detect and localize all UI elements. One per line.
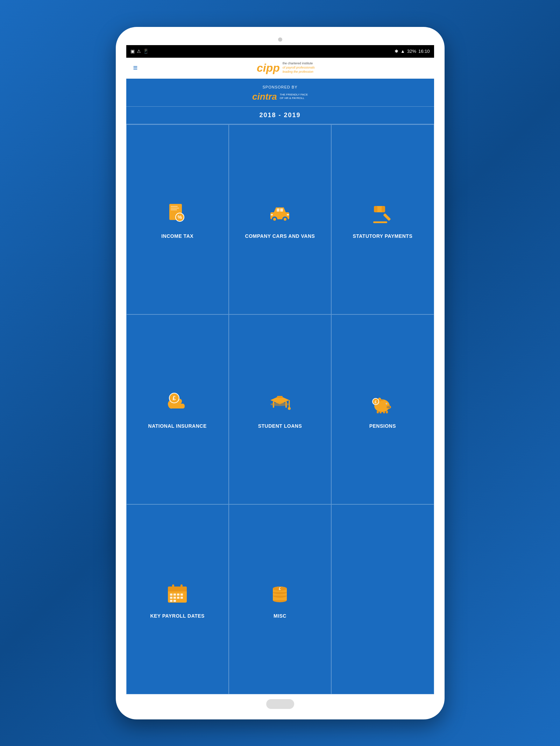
svg-rect-15 — [383, 213, 391, 221]
svg-point-34 — [386, 403, 387, 404]
svg-rect-52 — [180, 594, 183, 596]
svg-rect-8 — [280, 208, 283, 212]
time-display: 16:10 — [418, 49, 430, 54]
misc-label: MISC — [274, 613, 286, 619]
sponsor-section: SPONSORED BY cintra THE FRIENDLY FACE OF… — [126, 79, 434, 107]
tax-svg-icon: % — [165, 201, 190, 226]
status-bar: ▣ ⚠ 📱 ✱ ▲ 32% 16:10 — [126, 45, 434, 58]
svg-text:£: £ — [375, 400, 377, 404]
svg-rect-2 — [171, 208, 179, 208]
cintra-logo: cintra THE FRIENDLY FACE OF HR & PAYROLL — [126, 91, 434, 102]
tablet-screen: ▣ ⚠ 📱 ✱ ▲ 32% 16:10 ≡ cipp the chartered… — [126, 45, 434, 694]
logo-area: cipp the chartered institute of payroll … — [144, 62, 427, 74]
status-bar-right: ✱ ▲ 32% 16:10 — [395, 49, 430, 54]
cipp-logo-text: cipp — [257, 62, 280, 74]
cipp-logo-tagline: the chartered institute of payroll profe… — [283, 62, 315, 74]
year-section: 2018 - 2019 — [126, 107, 434, 124]
grid-item-statutory-payments[interactable]: STATUTORY PAYMENTS — [331, 125, 434, 314]
gavel-svg-icon — [370, 201, 395, 226]
student-loans-icon — [266, 389, 294, 417]
national-insurance-icon: £ — [163, 389, 191, 417]
grid-item-key-payroll-dates[interactable]: KEY PAYROLL DATES — [126, 504, 229, 694]
grid-item-misc[interactable]: £ MISC — [229, 504, 331, 694]
svg-rect-49 — [170, 594, 172, 596]
svg-rect-13 — [271, 214, 273, 215]
grid-item-national-insurance[interactable]: £ NATIONAL INSURANCE — [126, 314, 229, 504]
coins-svg-icon: £ — [268, 581, 292, 605]
grid-item-income-tax[interactable]: % INCOME TAX — [126, 125, 229, 314]
grid-item-company-cars[interactable]: COMPANY CARS AND VANS — [229, 125, 331, 314]
graduation-svg-icon — [268, 391, 292, 415]
sponsor-label: SPONSORED BY — [126, 85, 434, 89]
cintra-logo-text: cintra — [252, 91, 277, 102]
warning-icon: ⚠ — [137, 49, 141, 54]
misc-icon: £ — [266, 579, 294, 607]
tablet-device: ▣ ⚠ 📱 ✱ ▲ 32% 16:10 ≡ cipp the chartered… — [116, 27, 445, 719]
battery-text: 32% — [407, 49, 416, 54]
svg-point-28 — [270, 403, 289, 406]
menu-grid: % INCOME TAX — [126, 124, 434, 694]
svg-point-10 — [273, 218, 276, 221]
svg-rect-46 — [168, 589, 187, 591]
tablet-camera — [278, 37, 282, 42]
income-tax-icon: % — [163, 199, 191, 227]
bluetooth-icon: ✱ — [395, 49, 398, 54]
svg-point-31 — [387, 406, 388, 407]
pensions-icon: £ — [369, 389, 397, 417]
svg-text:%: % — [178, 214, 182, 220]
svg-rect-23 — [277, 396, 283, 398]
svg-rect-51 — [177, 594, 179, 596]
cintra-sub-text: THE FRIENDLY FACE OF HR & PAYROLL — [280, 93, 308, 100]
company-cars-icon — [266, 199, 294, 227]
svg-rect-1 — [171, 206, 178, 207]
piggy-bank-svg-icon: £ — [370, 391, 395, 415]
pound-hand-svg-icon: £ — [165, 391, 190, 415]
svg-rect-40 — [386, 411, 388, 413]
pensions-label: PENSIONS — [369, 423, 396, 429]
svg-rect-48 — [180, 584, 183, 589]
main-content: SPONSORED BY cintra THE FRIENDLY FACE OF… — [126, 79, 434, 694]
menu-button[interactable]: ≡ — [133, 63, 138, 72]
device-icon: 📱 — [143, 49, 149, 54]
svg-rect-53 — [170, 597, 172, 599]
svg-rect-56 — [180, 597, 183, 599]
svg-rect-3 — [171, 209, 177, 210]
svg-rect-54 — [173, 597, 176, 599]
svg-rect-50 — [173, 594, 176, 596]
svg-rect-37 — [377, 411, 379, 413]
svg-rect-58 — [173, 600, 176, 602]
student-loans-label: STUDENT LOANS — [258, 423, 302, 429]
grid-item-empty — [331, 504, 434, 694]
calendar-svg-icon — [165, 581, 190, 605]
svg-rect-57 — [170, 600, 172, 602]
svg-point-30 — [386, 405, 391, 409]
home-button[interactable] — [266, 699, 294, 709]
grid-item-pensions[interactable]: £ PENSIONS — [331, 314, 434, 504]
svg-point-32 — [389, 406, 390, 407]
statutory-payments-label: STATUTORY PAYMENTS — [353, 233, 412, 239]
svg-rect-17 — [374, 206, 377, 212]
svg-rect-18 — [382, 206, 385, 212]
grid-item-student-loans[interactable]: STUDENT LOANS — [229, 314, 331, 504]
svg-rect-39 — [383, 411, 385, 413]
svg-point-27 — [288, 407, 291, 410]
svg-text:£: £ — [173, 395, 176, 401]
signal-icon: ▲ — [400, 49, 405, 54]
svg-rect-41 — [380, 400, 384, 401]
notification-icon: ▣ — [130, 49, 135, 54]
svg-rect-38 — [380, 411, 382, 413]
key-payroll-dates-icon — [163, 579, 191, 607]
year-text: 2018 - 2019 — [259, 112, 300, 119]
statutory-payments-icon — [369, 199, 397, 227]
company-cars-label: COMPANY CARS AND VANS — [245, 233, 315, 239]
cipp-logo: cipp the chartered institute of payroll … — [257, 62, 315, 74]
svg-rect-55 — [177, 597, 179, 599]
nav-bar: ≡ cipp the chartered institute of payrol… — [126, 58, 434, 79]
svg-text:£: £ — [279, 587, 281, 591]
income-tax-label: INCOME TAX — [161, 233, 193, 239]
status-bar-left: ▣ ⚠ 📱 — [130, 49, 149, 54]
svg-rect-7 — [277, 208, 279, 212]
national-insurance-label: NATIONAL INSURANCE — [148, 423, 207, 429]
svg-point-12 — [284, 218, 286, 221]
svg-rect-14 — [287, 214, 289, 215]
